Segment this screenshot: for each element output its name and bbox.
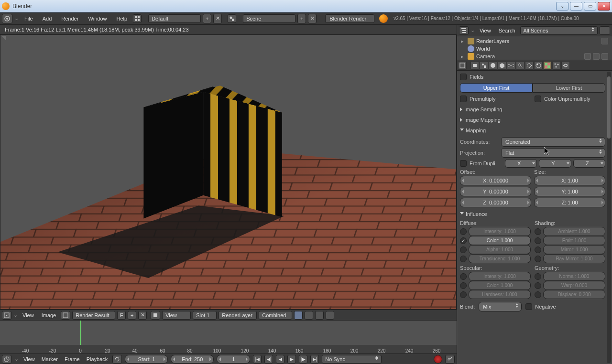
section-mapping[interactable]: Mapping <box>460 125 605 136</box>
layout-add[interactable]: + <box>203 14 211 23</box>
projection-dropdown[interactable]: Flat <box>501 148 605 158</box>
color-unpremult-checkbox[interactable] <box>535 96 541 102</box>
diffuse-intensity[interactable]: Intensity: 1.000 <box>469 227 531 236</box>
start-frame[interactable]: Start: 1 <box>125 355 168 364</box>
image-add-button[interactable]: + <box>128 311 136 320</box>
diffuse-transl-chk[interactable] <box>460 256 467 262</box>
diffuse-intensity-chk[interactable] <box>460 228 467 235</box>
jump-start-button[interactable]: |◀ <box>253 355 262 364</box>
image-mode-icon[interactable] <box>151 311 160 320</box>
geo-warp[interactable]: Warp: 0.000 <box>543 281 605 290</box>
outliner-item-camera[interactable]: ▸ Camera <box>461 53 608 60</box>
timeline-menu-playback[interactable]: Playback <box>85 356 110 362</box>
outliner-display-mode[interactable]: All Scenes <box>520 26 598 35</box>
tab-render[interactable] <box>470 61 479 70</box>
section-image-mapping[interactable]: Image Mapping <box>460 115 605 125</box>
diffuse-color[interactable]: Color: 1.000 <box>469 236 531 245</box>
context-menu-icon[interactable] <box>458 61 467 70</box>
keyframe-prev-button[interactable]: ◀| <box>264 355 273 364</box>
splash-icon[interactable] <box>379 14 388 23</box>
map-z[interactable]: Z <box>573 159 605 168</box>
section-influence[interactable]: Influence <box>460 209 605 219</box>
scene-add[interactable]: + <box>297 14 306 23</box>
shading-raymirror[interactable]: Ray Mirror: 1.000 <box>543 254 605 263</box>
from-dupli-checkbox[interactable] <box>460 160 467 167</box>
lower-first-button[interactable]: Lower First <box>533 83 605 93</box>
scene-remove[interactable]: ✕ <box>308 14 317 23</box>
tab-data[interactable] <box>525 61 534 70</box>
diffuse-color-chk[interactable] <box>460 237 467 244</box>
outliner-menu-view[interactable]: View <box>477 28 494 33</box>
timeline-menu-frame[interactable]: Frame <box>63 356 82 362</box>
image-editor-viewport[interactable] <box>0 34 457 310</box>
restrict-select-icon[interactable] <box>593 53 600 60</box>
outliner-menu-search[interactable]: Search <box>496 28 518 33</box>
tab-constraints[interactable] <box>507 61 515 70</box>
image-name-field[interactable]: Render Result <box>72 311 115 320</box>
sync-mode[interactable]: No Sync <box>322 355 382 364</box>
image-remove-button[interactable]: ✕ <box>138 311 147 320</box>
spec-color-chk[interactable] <box>460 282 467 289</box>
timeline-editor-type-menu[interactable] <box>2 355 11 364</box>
map-y[interactable]: Y <box>539 159 571 168</box>
outliner-item-renderlayers[interactable]: ▸ RenderLayers <box>461 37 608 45</box>
play-button[interactable]: ▶ <box>287 355 296 364</box>
menu-file[interactable]: File <box>21 14 37 23</box>
section-image-sampling[interactable]: Image Sampling <box>460 104 605 115</box>
render-slot[interactable]: Slot 1 <box>193 311 217 320</box>
render-pass[interactable]: Combined <box>259 311 292 320</box>
close-button[interactable]: ✕ <box>598 2 610 11</box>
display-rgba-button[interactable] <box>294 311 303 320</box>
shading-emit[interactable]: Emit: 1.000 <box>543 236 605 245</box>
current-frame[interactable]: 1 <box>217 355 250 364</box>
render-engine[interactable]: Blender Render <box>325 14 374 23</box>
geo-displace-chk[interactable] <box>535 291 541 298</box>
map-x[interactable]: X <box>505 159 537 168</box>
spec-color[interactable]: Color: 1.000 <box>469 281 531 290</box>
timeline-area[interactable]: -40 -20 0 20 40 60 80 100 120 140 160 18… <box>0 320 457 353</box>
outliner-search-button[interactable] <box>600 26 610 35</box>
diffuse-alpha-chk[interactable] <box>460 246 467 253</box>
fields-checkbox[interactable] <box>460 74 467 80</box>
keying-set-button[interactable] <box>445 355 455 364</box>
shading-ambient[interactable]: Ambient: 1.000 <box>543 227 605 236</box>
spec-intensity[interactable]: Intensity: 1.000 <box>469 272 531 281</box>
image-browse-icon[interactable] <box>61 311 70 320</box>
minimize-button[interactable]: — <box>570 2 582 11</box>
keyframe-next-button[interactable]: |▶ <box>299 355 307 364</box>
menu-render[interactable]: Render <box>57 14 82 23</box>
size-x[interactable]: X: 1.00 <box>534 176 605 185</box>
titlebar-help-button[interactable]: ⌄ <box>556 2 568 11</box>
blend-mode[interactable]: Mix <box>479 302 522 311</box>
size-z[interactable]: Z: 1.00 <box>534 198 605 207</box>
menu-help[interactable]: Help <box>113 14 131 23</box>
coordinates-dropdown[interactable]: Generated <box>501 137 605 147</box>
geo-displace[interactable]: Displace: 0.200 <box>543 290 605 299</box>
tab-material[interactable] <box>534 61 543 70</box>
geo-warp-chk[interactable] <box>535 282 541 289</box>
restrict-icon[interactable] <box>601 38 608 44</box>
maximize-button[interactable]: ▭ <box>584 2 596 11</box>
size-y[interactable]: Y: 1.00 <box>534 187 605 196</box>
fake-user-button[interactable]: F <box>117 311 126 320</box>
spec-hardness-chk[interactable] <box>460 291 467 298</box>
image-mode[interactable]: View <box>162 311 191 320</box>
timeline-menu-marker[interactable]: Marker <box>40 356 60 362</box>
shading-mirror[interactable]: Mirror: 1.000 <box>543 245 605 254</box>
image-menu-view[interactable]: View <box>20 312 37 318</box>
play-reverse-button[interactable]: ◀ <box>276 355 284 364</box>
tab-physics[interactable] <box>561 61 570 70</box>
tab-world[interactable] <box>489 61 497 70</box>
menu-window[interactable]: Window <box>84 14 110 23</box>
offset-y[interactable]: Y: 0.00000 <box>460 187 531 196</box>
scene-browse-icon[interactable] <box>228 14 236 23</box>
scene-name[interactable]: Scene <box>243 14 295 23</box>
image-menu-image[interactable]: Image <box>39 312 59 318</box>
spec-hardness[interactable]: Hardness: 1.000 <box>469 290 531 299</box>
area-corner-handle[interactable] <box>1 36 7 42</box>
tab-particles[interactable] <box>552 61 561 70</box>
end-frame[interactable]: End: 250 <box>171 355 214 364</box>
shading-emit-chk[interactable] <box>535 237 541 244</box>
layout-name[interactable]: Default <box>148 14 201 23</box>
shading-mirror-chk[interactable] <box>535 246 541 253</box>
